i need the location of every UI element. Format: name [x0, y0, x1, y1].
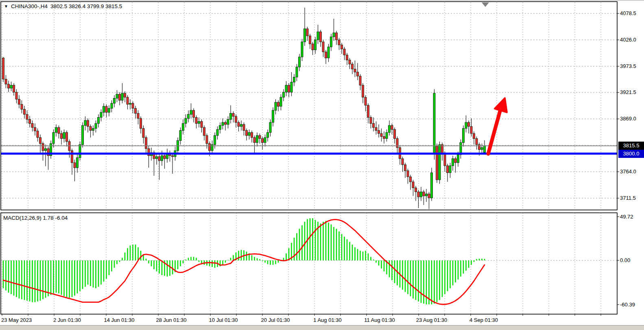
candle-body: [391, 125, 393, 129]
candle-body: [243, 125, 245, 131]
candle-body: [447, 166, 449, 173]
candle-body: [275, 102, 277, 110]
candle-body: [394, 129, 396, 138]
candle-body: [333, 33, 335, 37]
candle-body: [452, 159, 454, 166]
candle-body: [336, 33, 338, 40]
candle-body: [423, 192, 425, 196]
candle-body: [201, 121, 203, 127]
candle-body: [306, 29, 308, 36]
candle-body: [95, 123, 97, 128]
candle-body: [317, 32, 319, 40]
candle-body: [484, 146, 486, 152]
chart-canvas[interactable]: [0, 0, 644, 330]
candle-body: [188, 114, 190, 118]
candle-body: [137, 114, 139, 118]
candle-body: [354, 69, 356, 72]
candle-body: [259, 135, 261, 138]
time-axis-label: 1 Aug 01:30: [313, 317, 341, 323]
candle-body: [105, 106, 107, 112]
candle-body: [420, 192, 422, 197]
candle-body: [145, 138, 147, 149]
candle-body: [142, 129, 144, 138]
candle-body: [415, 188, 417, 192]
candle-body: [426, 194, 428, 196]
candle-body: [283, 92, 285, 97]
candle-body: [132, 103, 134, 108]
candle-body: [267, 133, 269, 138]
candle-body: [31, 123, 33, 127]
candle-body: [182, 123, 184, 130]
candle-body: [24, 109, 26, 114]
time-axis-label: 23 May 2023: [1, 317, 32, 323]
time-axis-label: 11 Aug 01:30: [364, 317, 395, 323]
candle-body: [378, 131, 380, 133]
candle-body: [272, 110, 274, 122]
candle-body: [156, 157, 158, 159]
time-axis-label: 2 Jun 01:30: [53, 317, 81, 323]
candle-body: [251, 133, 253, 138]
candle-body: [164, 155, 166, 158]
candle-body: [2, 58, 4, 79]
candle-body: [389, 125, 391, 132]
candle-body: [304, 29, 306, 42]
candle-body: [240, 125, 242, 127]
candle-body: [277, 102, 279, 106]
price-axis-label: 3921.5: [620, 88, 644, 96]
chart-title-bar[interactable]: ▼ CHINA300-,H4 3802.5 3826.4 3799.9 3815…: [4, 3, 122, 9]
candle-body: [439, 144, 441, 180]
candle-body: [63, 133, 65, 139]
candle-body: [280, 97, 282, 106]
candle-body: [76, 157, 79, 168]
current-price-tag: 3815.5: [618, 142, 644, 150]
candle-body: [206, 135, 208, 144]
price-axis-label: 3711.5: [620, 194, 644, 202]
candle-body: [52, 133, 55, 144]
candle-body: [45, 149, 47, 151]
symbol-dropdown-icon[interactable]: ▼: [4, 4, 8, 9]
candle-body: [433, 93, 435, 153]
candle-body: [5, 79, 7, 84]
candle-body: [119, 94, 121, 101]
candle-body: [470, 127, 472, 133]
candle-body: [15, 92, 17, 99]
candle-body: [235, 116, 237, 122]
candle-body: [227, 119, 229, 124]
candle-body: [219, 125, 221, 129]
price-axis-label: 3764.0: [620, 168, 644, 176]
candle-body: [84, 120, 86, 125]
candle-body: [362, 85, 364, 97]
candle-body: [225, 122, 227, 125]
candle-body: [404, 165, 406, 171]
candle-body: [230, 114, 232, 120]
candle-body: [457, 155, 459, 163]
candle-body: [195, 117, 197, 123]
candle-body: [209, 144, 211, 151]
time-axis-label: 10 Jul 01:30: [209, 317, 238, 323]
candle-body: [330, 37, 332, 47]
candle-body: [262, 138, 264, 142]
candle-body: [269, 122, 271, 133]
candle-body: [8, 84, 10, 88]
candle-body: [309, 36, 311, 44]
candle-body: [26, 114, 28, 119]
candle-body: [325, 52, 327, 58]
candle-body: [108, 108, 110, 112]
candle-body: [37, 131, 39, 138]
time-axis-label: 4 Sep 01:30: [469, 317, 498, 323]
candle-body: [463, 129, 465, 143]
candle-body: [314, 40, 317, 50]
up-arrow-shaft[interactable]: [488, 108, 501, 154]
candle-body: [71, 151, 73, 163]
candle-body: [367, 105, 369, 118]
main-panel-border: [1, 2, 617, 210]
candle-body: [13, 85, 15, 92]
time-axis-label: 20 Jul 01:30: [261, 317, 290, 323]
candle-body: [79, 144, 81, 157]
candle-body: [116, 94, 118, 98]
candle-body: [436, 146, 438, 180]
candle-body: [417, 192, 419, 197]
candle-body: [293, 77, 295, 82]
candle-body: [476, 138, 478, 144]
price-axis-label: 4078.5: [620, 9, 644, 17]
